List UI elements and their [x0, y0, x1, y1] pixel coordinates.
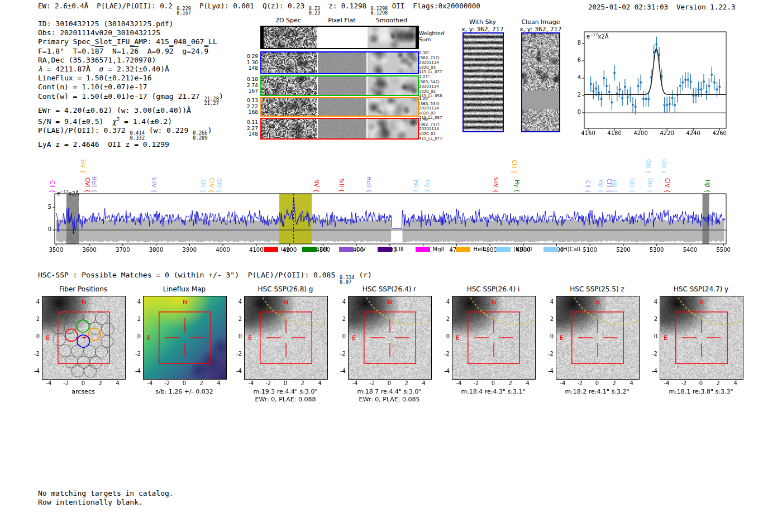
- panel-x-tick-label: 4: [211, 380, 227, 386]
- panel-title: HSC SSP(26.8) g: [244, 285, 327, 293]
- panel-y-tick-label: -4: [335, 368, 346, 374]
- fiber-circle: [89, 357, 102, 369]
- panel-x-tick-label: 0: [693, 380, 709, 386]
- panel-x-tick-label: -4: [40, 380, 57, 386]
- panel-y-tick-label: -2: [542, 351, 554, 357]
- fit-y-tick-label: 8: [569, 40, 581, 46]
- panel-y-tick-label: -4: [130, 368, 141, 374]
- panel-x-tick-label: 0: [277, 380, 294, 386]
- panel-y-tick-label: -2: [438, 351, 450, 357]
- emission-line-label-hγ: Hγ {: [514, 180, 520, 193]
- fiber-circle: [59, 344, 71, 357]
- aperture-dashed-circle: [256, 296, 327, 324]
- fiber-circle: [53, 333, 65, 346]
- fiber-circle: [95, 346, 107, 358]
- spectrum-y-tick-label: 5: [42, 204, 51, 210]
- east-label: E: [46, 334, 50, 342]
- panel-x-tick-label: -2: [159, 380, 175, 386]
- panel-caption-1: m:18.7 re:4.4" s:3.0": [337, 388, 442, 395]
- spectrum-flux-units-label: e−17x2Å: [57, 190, 79, 196]
- panel-overlay: NE: [245, 296, 327, 379]
- emission-line-label-oiii: OIII {: [216, 178, 222, 193]
- north-label: N: [699, 299, 704, 306]
- east-label: E: [456, 334, 460, 342]
- legend-item-ciii: CIII: [378, 246, 404, 252]
- emission-line-label-civ: CIV {: [208, 178, 214, 193]
- fit-flux-units-label: e−17x2Å: [586, 33, 609, 40]
- fiber-circle: [102, 323, 114, 336]
- east-label: E: [664, 334, 667, 342]
- panel-x-tick-label: -4: [242, 380, 259, 386]
- panel-overlay: NE: [144, 296, 226, 379]
- legend-swatch: [496, 247, 511, 252]
- north-label: N: [595, 299, 600, 306]
- spectrum-x-tick-label: 5500: [712, 247, 735, 253]
- fit-x-tick-label: 4220: [656, 130, 678, 136]
- panel-x-tick-label: -2: [571, 380, 588, 386]
- panel-x-tick-label: 2: [398, 380, 415, 386]
- fiber-circle: [71, 365, 84, 377]
- panel-y-tick-label: -2: [335, 351, 346, 357]
- panel-y-tick-label: 2: [646, 316, 657, 322]
- panel-x-tick-label: 2: [193, 380, 210, 386]
- panel-title: Lineflux Map: [143, 285, 226, 293]
- emission-line-label-hβ: Hβ {: [598, 180, 604, 193]
- legend-swatch: [456, 247, 470, 252]
- hsc-ssp-match-line: HSC-SSP : Possible Matches = 0 (within +…: [38, 271, 372, 285]
- panel-y-tick-label: 0: [28, 333, 40, 339]
- spectrum-x-tick-label: 3500: [45, 247, 67, 253]
- spectrum-y-tick-label: 0: [42, 226, 51, 232]
- fiber-circle: [65, 356, 78, 368]
- legend-swatch: [378, 247, 392, 252]
- panel-x-tick-label: 0: [75, 380, 92, 386]
- fit-x-tick-label: 4200: [630, 130, 652, 136]
- panel-x-tick-label: -2: [468, 380, 484, 386]
- panel-x-tick-label: 4: [519, 380, 536, 386]
- elixer-detection-report: EW: 2.6±0.4Å P(LAE)/P(OII): 0.2 0.2290.1…: [0, 0, 782, 532]
- panel-x-tick-label: 4: [312, 380, 328, 386]
- panel-y-tick-label: 4: [28, 299, 40, 305]
- spectrum-x-tick-label: 5300: [646, 247, 668, 253]
- legend-item-hcaii: (H)CaII: [543, 246, 580, 252]
- panel-caption-1: m:18.1 re:3.8" s:3.3": [649, 388, 754, 395]
- north-label: N: [388, 299, 392, 306]
- fiber-circle: [84, 365, 96, 377]
- panel-y-tick-label: 4: [438, 299, 450, 305]
- panel-title: HSC SSP(26.4) r: [348, 285, 431, 293]
- panel-x-tick-label: 2: [606, 380, 623, 386]
- fiber-circle: [52, 322, 64, 334]
- panel-y-tick-label: 4: [542, 299, 554, 305]
- fiber-circle: [71, 310, 83, 323]
- panel-y-tick-label: -4: [28, 368, 40, 374]
- legend-label: OII: [320, 246, 327, 252]
- legend-swatch: [339, 247, 354, 252]
- emission-line-label-ovi: OVI {: [84, 178, 90, 193]
- panel-y-tick-label: 2: [542, 316, 554, 322]
- panel-image-box: NE: [452, 296, 536, 380]
- legend-item-civ: CIV: [339, 246, 366, 252]
- panel-x-tick-label: -4: [554, 380, 571, 386]
- footer-note-2: Row intentionally blank.: [38, 498, 143, 507]
- spectrum-x-tick-label: 3900: [178, 247, 201, 253]
- panel-y-tick-label: -2: [231, 351, 242, 357]
- aperture-dashed-circle: [360, 296, 431, 324]
- panel-x-tick-label: -4: [141, 380, 158, 386]
- emission-line-label-hβ: Hβ {: [611, 180, 617, 193]
- legend-swatch: [416, 247, 430, 252]
- panel-overlay: NE+: [42, 296, 125, 379]
- emission-line-label-oiii: OIII {: [647, 178, 653, 193]
- legend-item-mgii: MgII: [416, 246, 445, 252]
- emission-line-label-civ: CIV {: [664, 178, 670, 193]
- panel-y-tick-label: 2: [130, 316, 141, 322]
- emission-line-label-siv: SiV {: [80, 159, 86, 174]
- legend-label: (K)CaII: [513, 246, 532, 252]
- panel-y-tick-label: 0: [335, 333, 346, 339]
- panel-image-box: NE+: [42, 296, 126, 380]
- panel-y-tick-label: -4: [438, 368, 450, 374]
- emission-line-label-oiii: OIII {: [645, 159, 651, 174]
- panel-y-tick-label: 0: [130, 333, 141, 339]
- panel-overlay: NE: [660, 296, 743, 379]
- east-label: E: [248, 334, 252, 342]
- panel-y-tick-label: 0: [646, 333, 657, 339]
- north-label: N: [492, 299, 496, 306]
